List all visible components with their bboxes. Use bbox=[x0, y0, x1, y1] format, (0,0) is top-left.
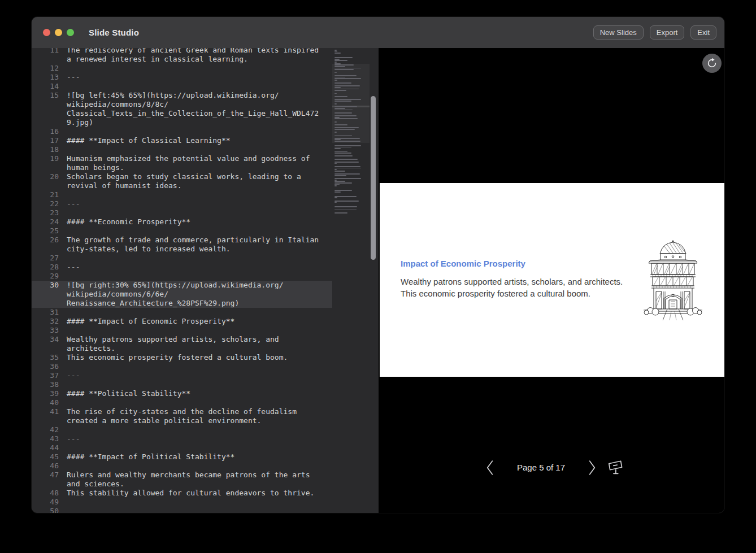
editor-row[interactable]: 9.jpg) bbox=[32, 118, 332, 127]
editor-row[interactable]: 17#### **Impact of Classical Learning** bbox=[32, 136, 332, 145]
close-button[interactable] bbox=[43, 29, 50, 36]
code-line[interactable]: The growth of trade and commerce, partic… bbox=[59, 236, 319, 245]
code-line[interactable]: wikipedia/commons/8/8c/ bbox=[59, 100, 168, 109]
editor-row[interactable]: 44 bbox=[32, 443, 332, 452]
code-line[interactable]: wikipedia/commons/6/6e/ bbox=[59, 290, 168, 299]
editor-row[interactable]: Classical_Texts_in_the_Collection_of_the… bbox=[32, 109, 332, 118]
code-line[interactable]: ![bg right:30% 65%](https://upload.wikim… bbox=[59, 281, 284, 290]
code-line[interactable]: #### **Impact of Economic Prosperity** bbox=[59, 317, 234, 326]
editor-row[interactable]: a renewed interest in classical learning… bbox=[32, 55, 332, 64]
editor-row[interactable]: wikipedia/commons/6/6e/ bbox=[32, 290, 332, 299]
code-line[interactable] bbox=[59, 461, 67, 471]
minimize-button[interactable] bbox=[55, 29, 62, 36]
editor-row[interactable]: 30![bg right:30% 65%](https://upload.wik… bbox=[32, 281, 332, 290]
editor-row[interactable]: 24#### **Economic Prosperity** bbox=[32, 217, 332, 227]
editor-minimap[interactable] bbox=[332, 48, 370, 513]
editor-row[interactable]: 45#### **Impact of Political Stability** bbox=[32, 452, 332, 461]
code-line[interactable]: This stability allowed for cultural ende… bbox=[59, 489, 314, 498]
zoom-button[interactable] bbox=[67, 29, 74, 36]
code-line[interactable]: Wealthy patrons supported artists, schol… bbox=[59, 335, 279, 344]
editor-row[interactable]: 37--- bbox=[32, 371, 332, 380]
editor-row[interactable]: 32#### **Impact of Economic Prosperity** bbox=[32, 317, 332, 326]
editor-row[interactable]: architects. bbox=[32, 344, 332, 353]
editor-row[interactable]: city-states, led to increased wealth. bbox=[32, 245, 332, 254]
exit-button[interactable]: Exit bbox=[690, 25, 716, 40]
code-line[interactable]: Classical_Texts_in_the_Collection_of_the… bbox=[59, 109, 319, 118]
code-line[interactable]: 9.jpg) bbox=[59, 118, 93, 127]
editor-row[interactable]: 13--- bbox=[32, 73, 332, 82]
code-line[interactable]: Scholars began to study classical works,… bbox=[59, 172, 301, 181]
next-page-button[interactable] bbox=[588, 460, 597, 478]
code-line[interactable] bbox=[59, 362, 67, 371]
code-line[interactable]: #### **Impact of Political Stability** bbox=[59, 452, 234, 461]
code-line[interactable] bbox=[59, 227, 67, 236]
editor-row[interactable]: 48This stability allowed for cultural en… bbox=[32, 489, 332, 498]
editor-row[interactable]: wikipedia/commons/8/8c/ bbox=[32, 100, 332, 109]
editor-row[interactable]: 40 bbox=[32, 398, 332, 407]
editor-row[interactable]: 26The growth of trade and commerce, part… bbox=[32, 236, 332, 245]
refresh-button[interactable] bbox=[702, 54, 722, 73]
code-line[interactable] bbox=[59, 208, 67, 217]
new-slides-button[interactable]: New Slides bbox=[593, 25, 644, 40]
code-line[interactable]: revival of humanist ideas. bbox=[59, 181, 182, 190]
present-button[interactable] bbox=[607, 459, 624, 477]
editor-row[interactable]: 38 bbox=[32, 380, 332, 389]
editor-row[interactable]: 22--- bbox=[32, 199, 332, 208]
code-line[interactable] bbox=[59, 308, 67, 317]
code-line[interactable]: #### **Political Stability** bbox=[59, 389, 190, 398]
code-line[interactable] bbox=[59, 398, 67, 407]
editor-row[interactable]: 12 bbox=[32, 64, 332, 73]
editor-row[interactable]: 23 bbox=[32, 208, 332, 217]
editor-row[interactable]: 14 bbox=[32, 82, 332, 91]
code-line[interactable]: a renewed interest in classical learning… bbox=[59, 55, 248, 64]
editor-row[interactable]: 34Wealthy patrons supported artists, sch… bbox=[32, 335, 332, 344]
export-button[interactable]: Export bbox=[650, 25, 685, 40]
code-line[interactable] bbox=[59, 127, 67, 136]
editor-row[interactable]: Renaissance_Architecture_%28PSF%29.png) bbox=[32, 299, 332, 308]
editor-row[interactable]: 25 bbox=[32, 227, 332, 236]
code-line[interactable]: human beings. bbox=[59, 163, 124, 172]
code-line[interactable]: Humanism emphasized the potential value … bbox=[59, 154, 310, 163]
markdown-editor[interactable]: 11The rediscovery of ancient Greek and R… bbox=[32, 48, 332, 513]
editor-row[interactable]: human beings. bbox=[32, 163, 332, 172]
code-line[interactable] bbox=[59, 507, 67, 513]
prev-page-button[interactable] bbox=[485, 460, 494, 478]
editor-row[interactable]: 33 bbox=[32, 326, 332, 335]
editor-row[interactable]: 47Rulers and wealthy merchants became pa… bbox=[32, 471, 332, 480]
code-line[interactable]: Renaissance_Architecture_%28PSF%29.png) bbox=[59, 299, 239, 308]
code-line[interactable] bbox=[59, 498, 67, 507]
code-line[interactable]: --- bbox=[59, 371, 80, 380]
editor-row[interactable]: 39#### **Political Stability** bbox=[32, 389, 332, 398]
editor-row[interactable]: 41The rise of city-states and the declin… bbox=[32, 407, 332, 416]
code-line[interactable] bbox=[59, 272, 67, 281]
editor-row[interactable]: 31 bbox=[32, 308, 332, 317]
editor-row[interactable]: 50 bbox=[32, 507, 332, 513]
code-line[interactable] bbox=[59, 190, 67, 199]
code-line[interactable]: created a more stable political environm… bbox=[59, 416, 261, 425]
code-line[interactable]: architects. bbox=[59, 344, 115, 353]
code-line[interactable]: ![bg left:45% 65%](https://upload.wikime… bbox=[59, 91, 279, 100]
code-line[interactable]: --- bbox=[59, 73, 80, 82]
editor-row[interactable]: 18 bbox=[32, 145, 332, 154]
editor-row[interactable]: 19Humanism emphasized the potential valu… bbox=[32, 154, 332, 163]
code-line[interactable] bbox=[59, 443, 67, 452]
code-line[interactable] bbox=[59, 64, 67, 73]
code-line[interactable]: Rulers and wealthy merchants became patr… bbox=[59, 471, 310, 480]
code-line[interactable]: This economic prosperity fostered a cult… bbox=[59, 353, 288, 362]
code-line[interactable]: #### **Economic Prosperity** bbox=[59, 217, 190, 227]
code-line[interactable] bbox=[59, 326, 67, 335]
editor-row[interactable]: 20Scholars began to study classical work… bbox=[32, 172, 332, 181]
editor-row[interactable]: 21 bbox=[32, 190, 332, 199]
editor-row[interactable]: 42 bbox=[32, 425, 332, 434]
code-line[interactable] bbox=[59, 254, 67, 263]
code-line[interactable]: and sciences. bbox=[59, 480, 124, 489]
editor-row[interactable]: 36 bbox=[32, 362, 332, 371]
editor-row[interactable]: 16 bbox=[32, 127, 332, 136]
editor-row[interactable]: 27 bbox=[32, 254, 332, 263]
editor-scrollbar-handle[interactable] bbox=[371, 96, 376, 260]
code-line[interactable]: The rise of city-states and the decline … bbox=[59, 407, 297, 416]
editor-row[interactable]: revival of humanist ideas. bbox=[32, 181, 332, 190]
editor-row[interactable]: 35This economic prosperity fostered a cu… bbox=[32, 353, 332, 362]
code-line[interactable]: The rediscovery of ancient Greek and Rom… bbox=[59, 48, 319, 55]
code-line[interactable] bbox=[59, 145, 67, 154]
